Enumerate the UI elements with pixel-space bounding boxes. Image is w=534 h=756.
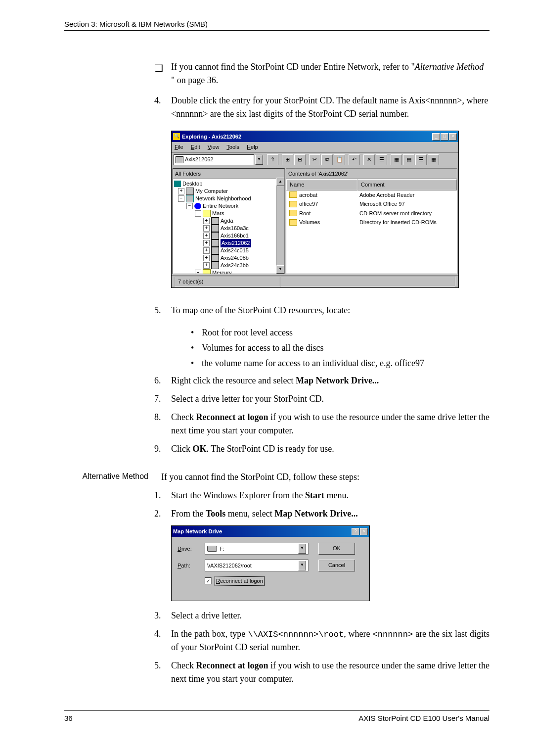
computer-icon: [186, 188, 194, 195]
scroll-up-button[interactable]: ▲: [276, 178, 284, 186]
footer-title: AXIS StorPoint CD E100 User's Manual: [358, 714, 490, 722]
path-label: Path:: [178, 562, 205, 570]
explorer-window: 🔍 Exploring - Axis212062 _ □ × File Edit: [171, 131, 459, 288]
menu-tools[interactable]: Tools: [226, 144, 239, 150]
folder-icon: [289, 201, 297, 207]
large-icons-button[interactable]: ▦: [391, 154, 402, 165]
statusbar: 7 object(s): [172, 275, 458, 288]
copy-button[interactable]: ⧉: [321, 154, 333, 165]
step-number: 7.: [154, 392, 171, 406]
reconnect-checkbox[interactable]: ✓: [205, 577, 212, 584]
dropdown-icon[interactable]: ▼: [298, 544, 306, 554]
delete-button[interactable]: ✕: [363, 154, 375, 165]
step-text: Click OK. The StorPoint CD is ready for …: [171, 442, 490, 456]
list-item[interactable]: office97Microsoft Office 97: [286, 199, 457, 209]
folder-icon: [289, 219, 297, 226]
expand-icon[interactable]: +: [203, 247, 210, 254]
disconnect-button[interactable]: ⊟: [294, 154, 306, 165]
close-button[interactable]: ×: [449, 133, 457, 141]
menu-file[interactable]: File: [175, 144, 183, 150]
explorer-icon: 🔍: [173, 133, 180, 140]
drive-combo[interactable]: F: ▼: [205, 543, 309, 555]
minimize-button[interactable]: _: [432, 133, 440, 141]
expand-icon[interactable]: +: [203, 262, 210, 269]
collapse-icon[interactable]: −: [178, 195, 184, 202]
map-drive-button[interactable]: ⊞: [282, 154, 293, 165]
maximize-button[interactable]: □: [441, 133, 448, 141]
step-text: In the path box, type \\AXIS<nnnnnn>\roo…: [171, 627, 490, 655]
map-drive-dialog: Map Network Drive ? × Drive: F: ▼: [171, 525, 370, 601]
step-text: Select a drive letter for your StorPoint…: [171, 392, 490, 406]
collapse-icon[interactable]: −: [186, 203, 193, 209]
step-text: Right click the resource and select Map …: [171, 374, 490, 387]
cut-button[interactable]: ✂: [309, 154, 320, 165]
step-number: 6.: [154, 374, 171, 387]
address-dropdown[interactable]: ▼: [255, 155, 263, 165]
list-item[interactable]: RootCD-ROM server root directory: [286, 209, 457, 218]
step-number: 4.: [154, 94, 171, 121]
cancel-button[interactable]: Cancel: [318, 560, 355, 571]
small-icons-button[interactable]: ▤: [403, 154, 414, 165]
page-footer: 36 AXIS StorPoint CD E100 User's Manual: [64, 710, 490, 722]
expand-icon[interactable]: +: [178, 188, 184, 194]
list-item[interactable]: VolumesDirectory for inserted CD-ROMs: [286, 218, 457, 227]
undo-button[interactable]: ↶: [349, 154, 360, 165]
scroll-down-button[interactable]: ▼: [276, 265, 284, 274]
tree-item[interactable]: Mercury: [212, 269, 232, 274]
dropdown-icon[interactable]: ▼: [298, 561, 306, 570]
step-text: Double click the entry for your StorPoin…: [171, 94, 490, 121]
dialog-titlebar: Map Network Drive ? ×: [172, 526, 369, 537]
step-number: 5.: [154, 304, 171, 317]
details-button[interactable]: ▦: [428, 154, 439, 165]
expand-icon[interactable]: +: [203, 255, 210, 261]
titlebar: 🔍 Exploring - Axis212062 _ □ ×: [172, 131, 458, 142]
collapse-icon[interactable]: −: [195, 210, 201, 217]
step-number: 4.: [154, 627, 171, 655]
window-title: Exploring - Axis212062: [182, 133, 432, 141]
properties-button[interactable]: ☰: [376, 154, 387, 165]
menu-help[interactable]: Help: [247, 144, 258, 150]
address-box[interactable]: Axis212062: [174, 154, 254, 165]
toolbar: Axis212062 ▼ ⇧ ⊞ ⊟ ✂ ⧉ 📋: [172, 153, 458, 167]
network-icon: [186, 195, 194, 202]
step-number: 1.: [154, 489, 171, 502]
step-number: 9.: [154, 442, 171, 456]
step-text: Check Reconnect at logon if you wish to …: [171, 659, 490, 686]
menu-edit[interactable]: Edit: [191, 144, 200, 150]
note-icon: ❏: [154, 60, 171, 87]
column-comment[interactable]: Comment: [357, 179, 457, 190]
expand-icon[interactable]: +: [203, 218, 210, 224]
paste-button[interactable]: 📋: [334, 154, 345, 165]
expand-icon[interactable]: +: [195, 270, 201, 274]
computer-icon: [176, 156, 183, 163]
column-name[interactable]: Name: [286, 179, 357, 190]
workgroup-icon: [203, 210, 211, 217]
contents-header: Contents of 'Axis212062': [286, 168, 457, 180]
computer-icon: [211, 247, 219, 254]
bullet-item: Volumes for access to all the discs: [191, 341, 490, 355]
computer-icon: [211, 232, 219, 239]
step-number: 3.: [154, 609, 171, 622]
expand-icon[interactable]: +: [203, 225, 210, 232]
computer-icon: [211, 262, 219, 269]
list-button[interactable]: ☰: [415, 154, 427, 165]
up-button[interactable]: ⇧: [267, 154, 278, 165]
expand-icon[interactable]: +: [203, 240, 210, 246]
step-text: Start the Windows Explorer from the Star…: [171, 489, 490, 502]
menubar: File Edit View Tools Help: [172, 142, 458, 153]
path-input[interactable]: \\AXIS212062\root ▼: [205, 560, 309, 571]
expand-icon[interactable]: +: [203, 233, 210, 239]
tree-header: All Folders: [173, 168, 285, 180]
computer-icon: [211, 239, 219, 247]
workgroup-icon: [203, 269, 211, 274]
drive-icon: [207, 546, 217, 552]
section-header: Section 3: Microsoft & IBM Networks (SMB…: [64, 20, 490, 30]
help-button[interactable]: ?: [352, 528, 359, 535]
close-button[interactable]: ×: [360, 528, 368, 535]
menu-view[interactable]: View: [208, 144, 220, 150]
list-item[interactable]: acrobatAdobe Acrobat Reader: [286, 190, 457, 200]
folder-icon: [289, 191, 297, 198]
note-text: If you cannot find the StorPoint CD unde…: [171, 60, 490, 87]
scrollbar[interactable]: ▲ ▼: [276, 178, 284, 274]
ok-button[interactable]: OK: [318, 543, 355, 555]
